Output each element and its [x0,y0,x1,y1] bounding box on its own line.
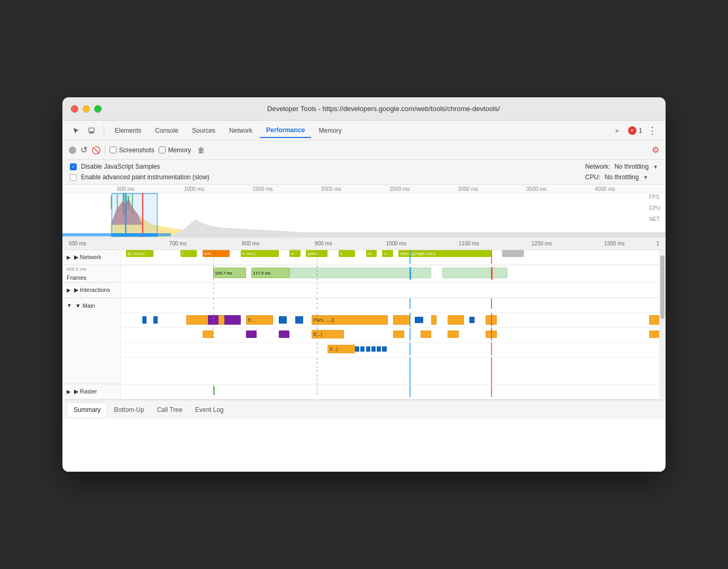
advanced-paint-checkbox[interactable] [70,174,77,181]
network-track-label[interactable]: ▶ ▶ Network [62,250,121,264]
main-row-2-canvas[interactable]: E...) [121,328,666,341]
disable-js-checkbox[interactable]: ✓ [70,163,77,170]
memory-checkbox-label[interactable]: Memory [159,146,191,154]
clear-button[interactable]: 🗑 [197,146,205,154]
main-chevron: ▼ [67,302,72,308]
main-row-empty-canvas[interactable] [121,357,666,384]
svg-rect-11 [114,193,156,237]
svg-marker-17 [168,219,666,237]
net-item-1: l... [180,250,197,257]
tab-memory[interactable]: Memory [312,123,348,138]
network-canvas[interactable]: pt_foot.js l... eve... e.com) a getsu li… [121,250,666,264]
task-blue-3 [279,316,287,324]
task-blue-2 [153,316,158,324]
screenshots-checkbox-label[interactable]: Screenshots [110,146,154,154]
window-title: Developer Tools - https://developers.goo… [110,105,657,113]
more-tabs-button[interactable]: » [609,123,625,138]
main-row-3-canvas[interactable]: F...) [121,343,666,355]
tab-performance[interactable]: Performance [260,123,311,138]
frame-0: 109.7 ms [213,268,246,278]
cpu-throttle-row: CPU: No throttling ▼ [585,173,658,181]
zoom-tick-800: 800 ms [214,241,287,246]
tab-console[interactable]: Console [149,123,185,138]
tab-bottom-up[interactable]: Bottom-Up [107,403,150,417]
tab-sources[interactable]: Sources [186,123,222,138]
main-row-1-canvas[interactable]: E... Pars......}) [121,313,666,327]
raster-track-label[interactable]: ▶ ▶ Raster [62,384,121,399]
net-item-9: opers.google.com) [398,250,491,257]
zoom-tick-1000: 1000 ms [360,241,433,246]
raster-canvas[interactable] [121,384,666,397]
minimize-button[interactable] [83,105,90,113]
advanced-paint-row: Enable advanced paint instrumentation (s… [70,173,210,181]
raster-label-text: ▶ Raster [74,388,97,395]
scrollbar-thumb[interactable] [660,255,665,319]
memory-checkbox[interactable] [159,146,166,153]
task3-blue-3 [366,346,370,352]
vmarker-blue-dashed-raster [317,384,317,397]
task3-blue-4 [371,346,376,352]
task2-4 [393,331,404,338]
stop-icon: 🚫 [92,146,101,154]
main-row-empty [62,357,666,384]
main-row-1-spacer [62,313,121,327]
cpu-value: No throttling [605,173,639,181]
cpu-dropdown-arrow[interactable]: ▼ [643,175,648,180]
overview-charts[interactable] [62,193,666,237]
network-label: Network: [585,163,610,170]
ruler-tick-1000: 1000 ms [160,186,228,192]
vmarker-red-net [491,250,492,264]
network-chevron: ▶ [67,254,71,260]
task-purple-2 [224,315,241,325]
frames-canvas[interactable]: 109.7 ms 117.0 ms [121,265,666,282]
ruler-tick-500: 500 ms [92,186,160,192]
vmarker-blue-dashed-frames [317,265,317,282]
options-left: ✓ Disable JavaScript Samples Enable adva… [70,163,210,181]
ruler-tick-3000: 3000 ms [434,186,502,192]
task2-5 [421,331,432,338]
screenshots-checkbox[interactable] [110,146,116,153]
task2-8 [649,331,660,338]
main-row-2-spacer [62,328,121,342]
overview-chart[interactable]: 500 ms 1000 ms 1500 ms 2000 ms 2500 ms 3… [62,185,666,237]
frames-track-row: 656.5 ms Frames 109.7 ms 117.0 ms [62,265,666,282]
refresh-record-button[interactable]: ↺ [80,145,87,155]
zoom-tick-600: 600 ms [67,241,142,246]
tab-summary[interactable]: Summary [67,402,107,417]
vmarker-blue-dashed-main [317,298,317,309]
frames-note: 656.5 ms [67,267,86,272]
task-pars-label: Pars......}) [312,315,388,325]
tab-call-tree[interactable]: Call Tree [151,403,189,417]
ruler-tick-3500: 3500 ms [502,186,570,192]
overview-svg [62,193,666,237]
device-icon[interactable] [85,123,99,138]
network-dropdown-arrow[interactable]: ▼ [653,164,658,170]
interactions-track-label[interactable]: ▶ ▶ Interactions [62,283,121,297]
vmarker-red-main1 [491,313,492,327]
titlebar: Developer Tools - https://developers.goo… [62,97,666,121]
task-blue-6 [469,317,475,323]
net-item-2: eve... [203,250,230,257]
tab-network[interactable]: Network [223,123,259,138]
record-button[interactable] [69,146,76,154]
interactions-canvas[interactable] [121,283,666,295]
net-item-0: pt_foot.js [126,250,153,257]
net-item-6: li. [339,250,355,257]
tabs-right: » ✕ 1 ⋮ [609,123,659,138]
interactions-chevron: ▶ [67,287,71,293]
main-track-label[interactable]: ▼ ▼ Main [62,298,121,313]
cursor-icon[interactable] [69,123,84,138]
tab-event-log[interactable]: Event Log [189,403,230,417]
tab-elements[interactable]: Elements [108,123,148,138]
close-button[interactable] [71,105,78,113]
vmarker-blue-dashed-interactions [317,283,317,295]
maximize-button[interactable] [94,105,102,113]
vertical-scrollbar[interactable] [659,250,666,400]
settings-button[interactable]: ⚙ [652,145,659,155]
task2-1 [203,331,214,338]
devtools-menu-button[interactable]: ⋮ [645,125,659,136]
vmarker-green-net [213,250,214,264]
task-orange-3 [431,315,436,325]
vmarker-blue-net [410,250,411,264]
options-bar: ✓ Disable JavaScript Samples Enable adva… [62,160,666,185]
